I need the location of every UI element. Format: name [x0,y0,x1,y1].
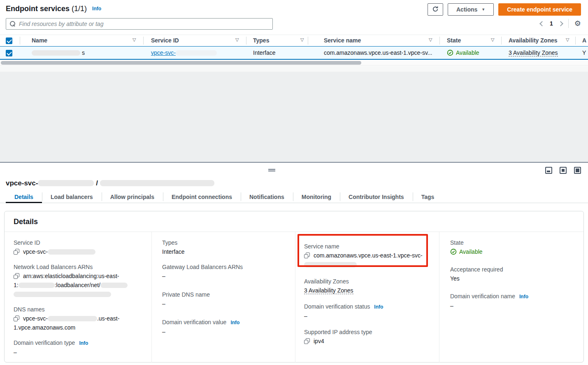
redacted-value [48,316,97,321]
row-service-id-link[interactable]: vpce-svc- [151,49,217,56]
field-supported-ip-type: Supported IP address type ipv4 [304,328,427,346]
empty-value: – [450,301,583,310]
refresh-button[interactable] [428,3,443,16]
field-dns-names: DNS names vpce-svc-.us-east- 1.vpce.amaz… [14,305,151,332]
details-column-3: Service name com.amazonaws.vpce.us-east-… [295,232,439,363]
select-all-checkbox[interactable] [6,37,12,44]
details-column-1: Service ID vpce-svc- Network Load Balanc… [5,232,151,363]
actions-button-label: Actions [456,6,477,13]
create-endpoint-service-button[interactable]: Create endpoint service [498,3,581,16]
search-box[interactable] [6,18,273,30]
page-title-text: Endpoint services [6,5,70,13]
previous-page-icon[interactable] [539,21,545,26]
details-column-2: Types Interface Gateway Load Balancers A… [151,232,295,363]
panel-tabs: Details Load balancers Allow principals … [0,191,588,203]
half-pane-icon[interactable] [560,167,567,174]
column-header-truncated[interactable]: A [582,37,586,44]
tab-tags[interactable]: Tags [413,191,443,203]
divider [246,37,246,44]
tab-notifications[interactable]: Notifications [241,191,293,203]
field-service-id: Service ID vpce-svc- [14,239,151,256]
field-label: State [450,239,583,247]
refresh-icon [432,6,439,14]
empty-value: – [162,299,295,308]
column-header-name[interactable]: Name [32,37,47,44]
copy-icon[interactable] [14,273,19,279]
top-header: Endpoint services (1/1) Info Actions ▼ C… [0,0,588,18]
column-header-service-name[interactable]: Service name [324,37,361,44]
search-icon [10,21,16,27]
empty-value: – [162,271,295,281]
filter-icon-availability-zones[interactable] [566,37,569,42]
copy-icon[interactable] [14,249,19,255]
tab-monitoring[interactable]: Monitoring [293,191,340,203]
field-label: Service ID [14,239,151,247]
tab-details[interactable]: Details [6,191,42,203]
field-types: Types Interface [162,239,295,256]
table-row[interactable]: s vpce-svc- Interface com.amazonaws.vpce… [0,46,588,60]
divider [501,37,502,44]
bottom-pane-icon[interactable] [545,167,552,174]
field-label: DNS names [14,305,151,314]
field-gateway-lb-arns: Gateway Load Balancers ARNs – [162,263,295,281]
tab-endpoint-connections[interactable]: Endpoint connections [163,191,241,203]
field-label: Service name [304,242,427,251]
settings-gear-icon[interactable] [574,20,581,27]
copy-icon[interactable] [304,253,310,258]
search-input[interactable] [16,19,272,29]
column-header-types[interactable]: Types [253,37,269,44]
copy-icon[interactable] [14,316,19,321]
filter-icon-service-name[interactable] [429,37,432,42]
info-link[interactable]: Info [519,294,528,299]
filter-icon-name[interactable] [132,37,136,42]
divider [143,37,144,44]
redacted-value [304,262,357,267]
page-number: 1 [550,20,553,27]
info-link[interactable]: Info [230,320,239,325]
field-acceptance-required: Acceptance required Yes [450,265,583,283]
create-button-label: Create endpoint service [507,6,572,13]
availability-zones-link[interactable]: 3 Availability Zones [304,287,353,294]
detail-panel: vpce-svc- / Details Load balancers Allow… [0,162,588,365]
info-link[interactable]: Info [92,6,101,12]
tab-allow-principals[interactable]: Allow principals [102,191,163,203]
field-label: Private DNS name [162,290,295,299]
scrollbar-thumb[interactable] [1,61,361,65]
column-header-service-id[interactable]: Service ID [151,37,179,44]
redacted-name [32,50,80,56]
table-header: Name Service ID Types Service name State… [0,35,588,46]
row-checkbox[interactable] [6,50,12,56]
row-availability-zones-link[interactable]: 3 Availability Zones [509,49,558,56]
panel-resize-handle[interactable] [268,169,275,171]
full-pane-icon[interactable] [574,167,581,174]
field-label: Acceptance required [450,265,583,274]
field-label: Availability Zones [304,277,427,286]
filter-icon-service-id[interactable] [235,37,239,42]
filter-icon-state[interactable] [491,37,494,42]
redacted-value [100,283,128,288]
background-gap [0,66,588,162]
field-service-name: Service name com.amazonaws.vpce.us-east-… [304,242,427,269]
available-check-icon [447,49,453,56]
filter-icon-types[interactable] [300,37,304,42]
copy-icon[interactable] [304,338,310,344]
tab-load-balancers[interactable]: Load balancers [42,191,102,203]
column-header-availability-zones[interactable]: Availability Zones [509,37,558,44]
info-link[interactable]: Info [79,340,88,346]
redacted-service-id [176,50,217,56]
actions-button[interactable]: Actions ▼ [448,3,494,16]
field-availability-zones: Availability Zones 3 Availability Zones [304,277,427,295]
info-link[interactable]: Info [374,304,383,310]
tab-contributor-insights[interactable]: Contributor Insights [340,191,413,203]
field-label: Network Load Balancers ARNs [14,263,151,271]
horizontal-scrollbar[interactable] [0,61,588,66]
field-state: State Available [450,239,583,256]
filter-bar: 1 [0,18,588,34]
details-grid: Service ID vpce-svc- Network Load Balanc… [5,232,583,363]
pagination: 1 [540,19,581,28]
column-header-state[interactable]: State [447,37,461,44]
page-title: Endpoint services (1/1) Info [6,5,101,13]
field-domain-verification-value: Domain verification valueInfo – [162,318,295,336]
caret-down-icon: ▼ [481,7,485,12]
next-page-icon[interactable] [558,21,563,26]
